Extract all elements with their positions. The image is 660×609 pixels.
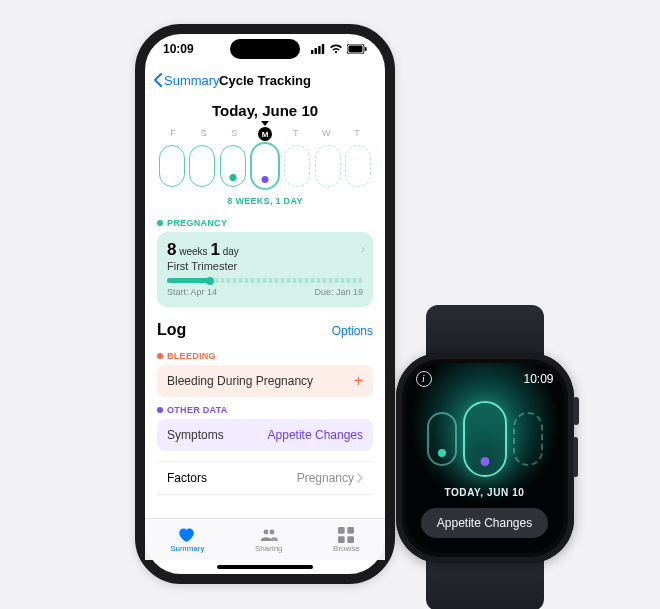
factors-label: Factors xyxy=(167,471,207,485)
log-dot-teal xyxy=(229,174,236,181)
iphone-device: 10:09 Summary Cycle Tracking Today, June… xyxy=(135,24,395,584)
info-icon[interactable]: i xyxy=(416,371,432,387)
today-heading: Today, June 10 xyxy=(157,102,373,119)
svg-rect-2 xyxy=(318,46,320,54)
trimester-label: First Trimester xyxy=(167,260,363,272)
digital-crown[interactable] xyxy=(573,397,579,425)
cellular-icon xyxy=(311,44,325,54)
bleeding-row-label: Bleeding During Pregnancy xyxy=(167,374,313,388)
today-dot: M xyxy=(258,127,272,141)
cycle-day-pill-today[interactable] xyxy=(250,142,280,190)
cycle-day-pill[interactable] xyxy=(220,145,246,187)
tab-summary[interactable]: Summary xyxy=(170,527,204,553)
dot-icon xyxy=(157,407,163,413)
svg-rect-1 xyxy=(315,48,317,54)
svg-rect-11 xyxy=(338,536,345,543)
other-data-section-label: OTHER DATA xyxy=(157,405,373,415)
heart-icon xyxy=(178,527,196,543)
svg-rect-12 xyxy=(348,536,355,543)
back-button[interactable]: Summary xyxy=(153,73,220,88)
pregnancy-section-label: PREGNANCY xyxy=(157,218,373,228)
watch-log-button[interactable]: Appetite Changes xyxy=(421,508,548,538)
svg-rect-10 xyxy=(348,527,355,534)
people-icon xyxy=(260,527,278,543)
options-button[interactable]: Options xyxy=(332,324,373,338)
watch-day-pill-future[interactable] xyxy=(513,412,543,466)
log-title: Log xyxy=(157,321,186,339)
dynamic-island xyxy=(230,39,300,59)
day-letter: F xyxy=(159,128,187,141)
pregnancy-dates: Start: Apr 14 Due: Jan 19 xyxy=(167,287,363,297)
progress-fill xyxy=(167,278,210,283)
wifi-icon xyxy=(329,44,343,54)
status-icons xyxy=(311,44,367,54)
log-dot-violet xyxy=(480,457,489,466)
factors-row[interactable]: Factors Pregnancy xyxy=(157,461,373,495)
watch-time: 10:09 xyxy=(523,372,553,386)
day-letter: S xyxy=(220,128,248,141)
cycle-day-pill-future[interactable] xyxy=(315,145,341,187)
cycle-day-pill-future[interactable] xyxy=(284,145,310,187)
chevron-right-icon xyxy=(357,473,363,483)
svg-rect-0 xyxy=(311,50,313,54)
home-indicator[interactable] xyxy=(217,565,313,569)
plus-icon[interactable]: + xyxy=(354,375,363,387)
nav-title: Cycle Tracking xyxy=(219,73,311,88)
pregnancy-duration: 8 weeks 1 day xyxy=(167,240,363,260)
cycle-day-pill[interactable] xyxy=(189,145,215,187)
day-letter: S xyxy=(190,128,218,141)
cycle-day-pill-future[interactable] xyxy=(345,145,371,187)
watch-day-pill[interactable] xyxy=(427,412,457,466)
tab-bar: Summary Sharing Browse xyxy=(145,518,385,560)
factors-value: Pregnancy xyxy=(297,471,363,485)
log-dot-violet xyxy=(261,176,268,183)
watch-screen: i 10:09 TODAY, JUN 10 Appetite Changes xyxy=(406,363,564,553)
log-header: Log Options xyxy=(157,321,373,339)
phone-screen: Summary Cycle Tracking Today, June 10 F … xyxy=(145,66,385,560)
back-label: Summary xyxy=(164,73,220,88)
start-date: Start: Apr 14 xyxy=(167,287,217,297)
watch-case: i 10:09 TODAY, JUN 10 Appetite Changes xyxy=(396,353,574,563)
symptoms-row[interactable]: Symptoms Appetite Changes xyxy=(157,419,373,451)
side-button[interactable] xyxy=(573,437,578,477)
watch-today-label: TODAY, JUN 10 xyxy=(444,487,524,498)
cycle-day-pill[interactable] xyxy=(159,145,185,187)
apple-watch-device: i 10:09 TODAY, JUN 10 Appetite Changes xyxy=(387,305,582,609)
tab-sharing[interactable]: Sharing xyxy=(255,527,283,553)
dot-icon xyxy=(157,353,163,359)
content: Today, June 10 F S S M T W T 8 WEEKS, xyxy=(145,94,385,518)
pregnancy-progress xyxy=(167,278,363,283)
day-letter: W xyxy=(312,128,340,141)
status-time: 10:09 xyxy=(163,42,194,56)
bleeding-section-label: BLEEDING xyxy=(157,351,373,361)
day-letters-row: F S S M T W T xyxy=(157,128,373,141)
bleeding-row[interactable]: Bleeding During Pregnancy + xyxy=(157,365,373,397)
day-today-marker: M xyxy=(251,128,279,141)
svg-rect-6 xyxy=(365,47,367,51)
weeks-line: 8 WEEKS, 1 DAY xyxy=(157,196,373,206)
symptoms-label: Symptoms xyxy=(167,428,224,442)
symptoms-value: Appetite Changes xyxy=(268,428,363,442)
log-dot-teal xyxy=(438,449,446,457)
day-letter: T xyxy=(343,128,371,141)
nav-bar: Summary Cycle Tracking xyxy=(145,66,385,94)
progress-knob xyxy=(206,277,214,285)
svg-point-7 xyxy=(263,529,268,534)
day-letter: T xyxy=(282,128,310,141)
pregnancy-card[interactable]: › 8 weeks 1 day First Trimester Start: A… xyxy=(157,232,373,307)
watch-cycle-strip[interactable] xyxy=(427,401,543,477)
caret-down-icon xyxy=(261,121,269,126)
grid-icon xyxy=(337,527,355,543)
tab-label: Sharing xyxy=(255,544,283,553)
due-date: Due: Jan 19 xyxy=(314,287,363,297)
svg-point-8 xyxy=(269,529,274,534)
tab-label: Summary xyxy=(170,544,204,553)
cycle-day-strip[interactable] xyxy=(157,145,373,190)
watch-day-pill-today[interactable] xyxy=(463,401,507,477)
svg-rect-9 xyxy=(338,527,345,534)
tab-browse[interactable]: Browse xyxy=(333,527,360,553)
svg-rect-5 xyxy=(349,46,363,53)
chevron-left-icon xyxy=(153,73,162,87)
tab-label: Browse xyxy=(333,544,360,553)
watch-status-bar: i 10:09 xyxy=(416,371,554,387)
